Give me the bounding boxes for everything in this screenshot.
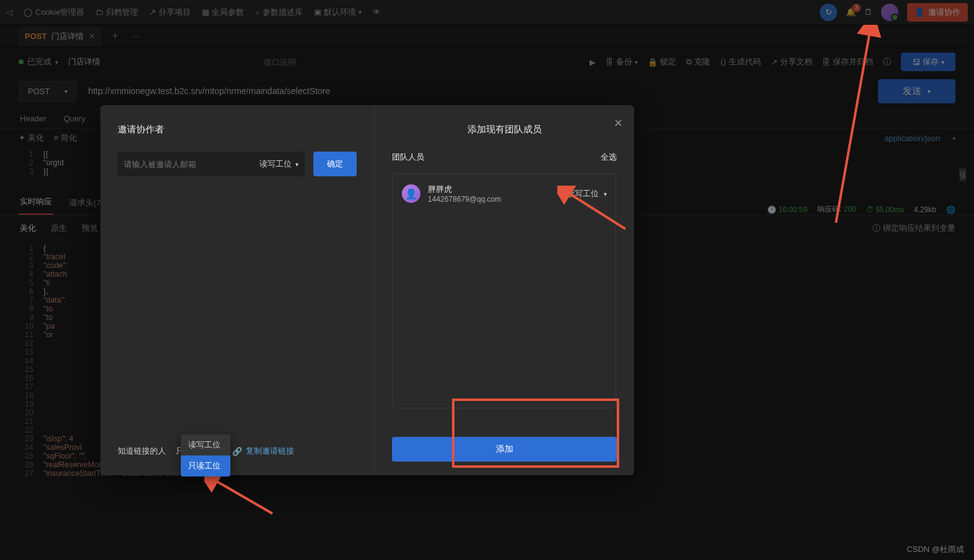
- email-field[interactable]: [124, 160, 259, 169]
- role-dropdown: 读写工位 只读工位: [181, 434, 230, 476]
- link-icon: 🔗: [232, 447, 242, 456]
- modal-left-title: 邀请协作者: [118, 124, 357, 136]
- copy-invite-link[interactable]: 🔗复制邀请链接: [232, 446, 294, 457]
- close-icon[interactable]: ✕: [614, 116, 623, 130]
- member-row[interactable]: 👤 胖胖虎 1442678679@qq.com 读写工位 ▾: [402, 184, 607, 204]
- member-email: 1442678679@qq.com: [428, 195, 559, 204]
- email-input-wrap: 读写工位 ▾: [118, 152, 305, 176]
- member-role-select[interactable]: 读写工位 ▾: [567, 188, 607, 199]
- modal-right-title: 添加现有团队成员: [375, 124, 634, 136]
- watermark: CSDN @杜雨成: [907, 544, 964, 555]
- confirm-button[interactable]: 确定: [313, 152, 357, 176]
- member-avatar: 👤: [402, 184, 420, 203]
- dropdown-item-ro[interactable]: 只读工位: [181, 455, 230, 476]
- member-name: 胖胖虎: [428, 184, 559, 195]
- select-all-link[interactable]: 全选: [601, 152, 617, 163]
- add-button[interactable]: 添加: [392, 437, 617, 462]
- link-share-row: 知道链接的人 只读工位 ˄ 🔗复制邀请链接 读写工位 只读工位: [118, 446, 357, 457]
- team-members-label: 团队人员: [392, 152, 424, 163]
- invite-role-select[interactable]: 读写工位 ▾: [259, 158, 298, 170]
- dropdown-item-rw[interactable]: 读写工位: [181, 434, 230, 455]
- member-list: 👤 胖胖虎 1442678679@qq.com 读写工位 ▾: [393, 173, 616, 408]
- link-label: 知道链接的人: [118, 446, 166, 457]
- invite-modal: 邀请协作者 读写工位 ▾ 确定 知道链接的人 只读工位 ˄ 🔗复制邀请链接 读写…: [100, 105, 634, 475]
